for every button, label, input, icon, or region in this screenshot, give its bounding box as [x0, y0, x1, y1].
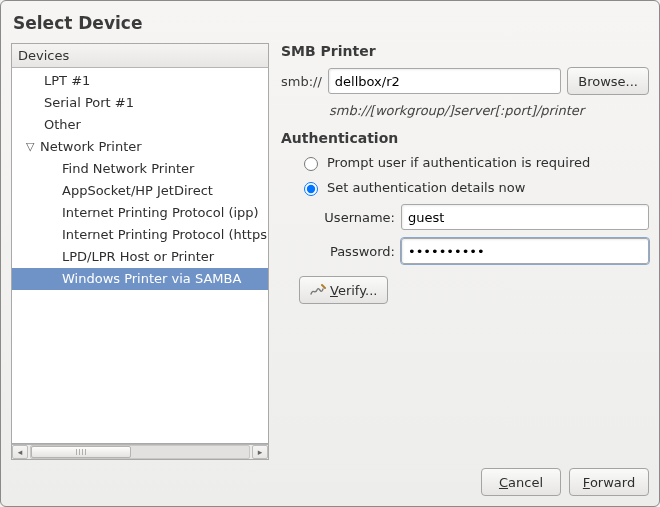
scroll-right-icon[interactable]: ▸: [252, 445, 268, 459]
browse-button-label: Browse...: [578, 74, 638, 89]
smb-uri-hint: smb://[workgroup/]server[:port]/printer: [329, 103, 649, 118]
tree-item-label: Network Printer: [40, 136, 142, 158]
password-row: Password:: [281, 238, 649, 264]
tree-item-appsocket[interactable]: AppSocket/HP JetDirect: [12, 180, 268, 202]
radio-setnow[interactable]: [304, 182, 318, 196]
signature-icon: [310, 283, 326, 297]
tree-item-samba[interactable]: Windows Printer via SAMBA: [12, 268, 268, 290]
radio-setnow-label: Set authentication details now: [327, 180, 525, 195]
smb-uri-row: smb:// Browse...: [281, 67, 649, 95]
cancel-button[interactable]: Cancel: [481, 468, 561, 496]
tree-item-network[interactable]: ▽ Network Printer: [12, 136, 268, 158]
chevron-down-icon: ▽: [26, 136, 36, 158]
tree-item-find-network[interactable]: Find Network Printer: [12, 158, 268, 180]
right-pane: SMB Printer smb:// Browse... smb://[work…: [281, 43, 649, 460]
dialog-content: Devices LPT #1 Serial Port #1 Other ▽ Ne…: [11, 43, 649, 460]
tree-item-ipps[interactable]: Internet Printing Protocol (https): [12, 224, 268, 246]
select-device-dialog: Select Device Devices LPT #1 Serial Port…: [0, 0, 660, 507]
smb-section-title: SMB Printer: [281, 43, 649, 59]
devices-tree[interactable]: LPT #1 Serial Port #1 Other ▽ Network Pr…: [11, 68, 269, 444]
cancel-button-label: Cancel: [499, 475, 543, 490]
verify-button[interactable]: Verify...: [299, 276, 388, 304]
radio-setnow-row[interactable]: Set authentication details now: [281, 179, 649, 196]
smb-uri-input[interactable]: [328, 68, 561, 94]
username-row: Username:: [281, 204, 649, 230]
scroll-track[interactable]: [30, 445, 250, 459]
dialog-title: Select Device: [11, 9, 649, 43]
tree-item-serial[interactable]: Serial Port #1: [12, 92, 268, 114]
forward-button-label: Forward: [583, 475, 635, 490]
username-label: Username:: [317, 210, 395, 225]
scroll-thumb[interactable]: [31, 446, 131, 458]
tree-item-lpt[interactable]: LPT #1: [12, 70, 268, 92]
devices-panel: Devices LPT #1 Serial Port #1 Other ▽ Ne…: [11, 43, 269, 460]
tree-item-other[interactable]: Other: [12, 114, 268, 136]
tree-h-scrollbar[interactable]: ◂ ▸: [11, 444, 269, 460]
verify-button-label: Verify...: [330, 283, 377, 298]
smb-scheme-label: smb://: [281, 74, 322, 89]
radio-prompt-row[interactable]: Prompt user if authentication is require…: [281, 154, 649, 171]
browse-button[interactable]: Browse...: [567, 67, 649, 95]
dialog-footer: Cancel Forward: [11, 460, 649, 496]
username-input[interactable]: [401, 204, 649, 230]
tree-item-lpd[interactable]: LPD/LPR Host or Printer: [12, 246, 268, 268]
forward-button[interactable]: Forward: [569, 468, 649, 496]
password-label: Password:: [317, 244, 395, 259]
radio-prompt[interactable]: [304, 157, 318, 171]
tree-item-ipp[interactable]: Internet Printing Protocol (ipp): [12, 202, 268, 224]
auth-section-title: Authentication: [281, 130, 649, 146]
scroll-left-icon[interactable]: ◂: [12, 445, 28, 459]
verify-row: Verify...: [281, 276, 649, 304]
radio-prompt-label: Prompt user if authentication is require…: [327, 155, 590, 170]
password-input[interactable]: [401, 238, 649, 264]
devices-header[interactable]: Devices: [11, 43, 269, 68]
